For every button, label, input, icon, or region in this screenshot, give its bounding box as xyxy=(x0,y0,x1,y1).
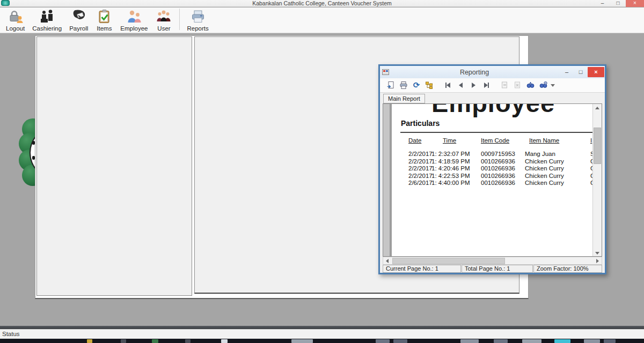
report-cell: Mang Juan xyxy=(525,151,555,157)
taskbar-item[interactable] xyxy=(554,339,570,343)
reporting-maximize-button[interactable]: □ xyxy=(574,67,588,77)
taskbar-item[interactable] xyxy=(584,339,600,343)
report-section-title: Particulars xyxy=(401,119,440,128)
zoom-icon[interactable] xyxy=(537,80,550,91)
taskbar-item[interactable] xyxy=(604,339,616,343)
hand-card-icon xyxy=(70,8,87,25)
first-page-icon[interactable] xyxy=(441,80,454,91)
title-bar: Kabankalan Catholic College, Canteen Vou… xyxy=(0,0,644,7)
employee-button[interactable]: Employee xyxy=(116,8,151,33)
report-status-bar: Current Page No.: 1 Total Page No.: 1 Zo… xyxy=(383,265,602,273)
report-page: Employee Particulars Date Time Item Code… xyxy=(392,104,594,257)
app-status-bar: Status xyxy=(0,329,644,339)
report-cell: Chicken Curry xyxy=(525,158,564,165)
total-page-status: Total Page No.: 1 xyxy=(462,265,533,273)
refresh-icon[interactable]: ⟳ xyxy=(410,80,423,91)
group-tree-toggle-icon[interactable] xyxy=(423,80,436,91)
payroll-button[interactable]: Payroll xyxy=(65,8,92,33)
report-window-icon xyxy=(382,69,389,75)
current-page-status: Current Page No.: 1 xyxy=(383,265,461,273)
report-viewport: Employee Particulars Date Time Item Code… xyxy=(383,103,602,257)
report-cell: 0010266936 xyxy=(481,173,515,179)
taskbar-item[interactable] xyxy=(185,339,191,343)
maximize-button[interactable]: □ xyxy=(610,0,626,7)
reporting-toolbar: ⟳ xyxy=(380,78,605,93)
goto-page-icon[interactable] xyxy=(498,80,511,91)
window-title: Kabankalan Catholic College, Canteen Vou… xyxy=(0,0,644,7)
report-cell: 1: 4:20:46 PM xyxy=(431,165,470,172)
items-button[interactable]: Items xyxy=(92,8,116,33)
taskbar-item[interactable] xyxy=(393,339,407,343)
report-cell: Chicken Curry xyxy=(525,180,564,186)
cashiering-button[interactable]: Cashiering xyxy=(28,8,65,33)
zoom-factor-status: Zoom Factor: 100% xyxy=(533,265,602,273)
report-col-clipped: I xyxy=(590,137,592,144)
report-cell: 0010266936 xyxy=(481,158,515,165)
app-window: Kabankalan Catholic College, Canteen Vou… xyxy=(0,0,644,343)
find-text-icon[interactable] xyxy=(524,80,537,91)
last-page-icon[interactable] xyxy=(480,80,493,91)
report-cell: 0010266936 xyxy=(481,165,515,172)
previous-page-icon[interactable] xyxy=(454,80,467,91)
report-col-date: Date xyxy=(408,137,421,144)
report-cell: 1: 4:22:53 PM xyxy=(431,173,470,179)
report-cell: 0010266936 xyxy=(481,180,515,186)
logout-button[interactable]: Logout xyxy=(2,8,28,33)
report-cell: 1: 4:18:59 PM xyxy=(431,158,470,165)
taskbar-item[interactable] xyxy=(522,339,541,343)
reporting-minimize-button[interactable]: – xyxy=(560,67,574,77)
taskbar-item[interactable] xyxy=(152,339,158,343)
three-people-icon xyxy=(155,8,172,25)
reporting-title: Reporting xyxy=(389,69,560,76)
reporting-close-button[interactable]: × xyxy=(588,67,604,77)
printer-icon xyxy=(189,8,207,25)
taskbar-item[interactable] xyxy=(460,339,479,343)
report-cell: 2/6/2017 xyxy=(408,180,433,186)
two-people-icon xyxy=(126,8,143,25)
report-col-item-name: Item Name xyxy=(529,137,559,144)
minimize-button[interactable]: – xyxy=(595,0,610,7)
report-cell: 1: 4:40:00 PM xyxy=(431,180,470,186)
report-hscrollbar[interactable] xyxy=(383,257,602,265)
report-cell: Chicken Curry xyxy=(525,165,564,172)
zoom-dropdown-icon[interactable] xyxy=(550,80,556,91)
windows-taskbar[interactable] xyxy=(0,339,644,343)
clipboard-check-icon xyxy=(96,8,113,25)
toolbar-separator xyxy=(179,9,180,30)
main-toolbar: Logout Cashiering Payroll Items Employee xyxy=(0,8,644,33)
report-vscrollbar[interactable] xyxy=(592,104,602,257)
taskbar-item[interactable] xyxy=(87,339,92,343)
taskbar-item[interactable] xyxy=(291,339,313,343)
user-button[interactable]: User xyxy=(151,8,176,33)
cancel-loading-icon[interactable] xyxy=(511,80,524,91)
cashier-people-icon xyxy=(39,8,56,25)
taskbar-item[interactable] xyxy=(494,339,508,343)
report-page-title: Employee xyxy=(431,104,555,118)
wall-clock-decoration xyxy=(18,118,36,187)
reports-button[interactable]: Reports xyxy=(183,8,212,33)
report-cell: 1: 2:32:07 PM xyxy=(431,151,470,157)
taskbar-item[interactable] xyxy=(221,339,228,343)
reporting-title-bar: Reporting – □ × xyxy=(380,66,605,78)
report-cell: 2/2/2017 xyxy=(408,173,433,179)
tab-main-report[interactable]: Main Report xyxy=(383,94,425,103)
report-cell: 0009715953 xyxy=(481,151,515,157)
taskbar-item[interactable] xyxy=(376,339,390,343)
report-cell: 2/2/2017 xyxy=(408,151,433,157)
taskbar-item[interactable] xyxy=(121,339,126,343)
report-col-item-code: Item Code xyxy=(481,137,509,144)
print-report-icon[interactable] xyxy=(397,80,410,91)
report-cell: Chicken Curry xyxy=(525,173,564,179)
barcode-panel xyxy=(36,36,192,296)
report-cell: 2/2/2017 xyxy=(408,158,433,165)
group-tree-panel[interactable] xyxy=(383,104,390,257)
report-cell: 2/2/2017 xyxy=(408,165,433,172)
next-page-icon[interactable] xyxy=(467,80,480,91)
close-button[interactable]: × xyxy=(626,0,644,7)
lock-user-icon xyxy=(7,8,24,25)
export-report-icon[interactable] xyxy=(384,80,397,91)
report-col-time: Time xyxy=(443,137,456,144)
reporting-window: Reporting – □ × ⟳ xyxy=(378,64,606,274)
report-divider xyxy=(400,132,594,133)
